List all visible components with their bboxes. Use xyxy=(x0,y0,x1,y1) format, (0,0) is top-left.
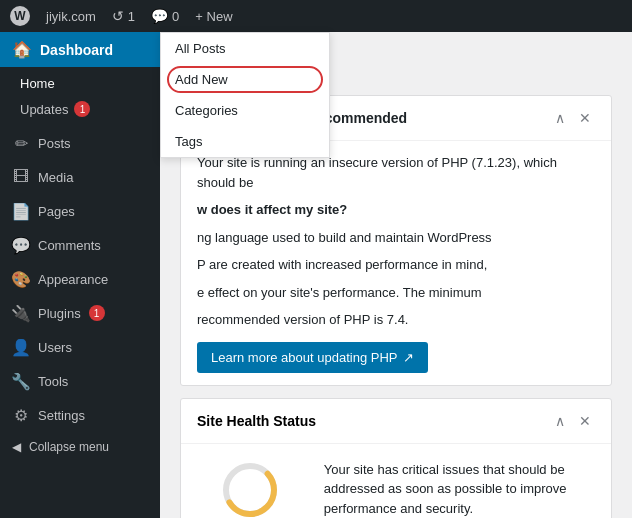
sidebar-item-appearance[interactable]: 🎨 Appearance xyxy=(0,262,160,296)
wp-logo[interactable]: W xyxy=(10,6,30,26)
sidebar-item-users[interactable]: 👤 Users xyxy=(0,330,160,364)
refresh-icon: ↺ xyxy=(112,8,124,24)
dashboard-submenu: Home Updates 1 xyxy=(0,67,160,126)
php-notice-text6: recommended version of PHP is 7.4. xyxy=(197,310,595,330)
php-notice-close-btn[interactable]: ✕ xyxy=(575,108,595,128)
settings-icon: ⚙ xyxy=(12,406,30,424)
dropdown-add-new[interactable]: Add New xyxy=(161,64,329,95)
media-icon: 🎞 xyxy=(12,168,30,186)
learn-php-btn[interactable]: Learn more about updating PHP ↗ xyxy=(197,342,428,373)
sidebar-item-comments[interactable]: 💬 Comments xyxy=(0,228,160,262)
sidebar-item-media[interactable]: 🎞 Media xyxy=(0,160,160,194)
posts-icon: ✏ xyxy=(12,134,30,152)
learn-php-btn-label: Learn more about updating PHP xyxy=(211,350,397,365)
php-notice-text4: P are created with increased performance… xyxy=(197,255,595,275)
site-health-body: Should be improved Your site has critica… xyxy=(181,444,611,519)
sidebar-item-home[interactable]: Home xyxy=(0,71,160,96)
comments-item[interactable]: 💬 0 xyxy=(151,8,179,24)
sidebar-item-tools[interactable]: 🔧 Tools xyxy=(0,364,160,398)
site-health-header: Site Health Status ∧ ✕ xyxy=(181,399,611,444)
collapse-label: Collapse menu xyxy=(29,440,109,454)
plugins-icon: 🔌 xyxy=(12,304,30,322)
comments-label: Comments xyxy=(38,238,101,253)
php-notice-collapse-btn[interactable]: ∧ xyxy=(551,108,569,128)
settings-label: Settings xyxy=(38,408,85,423)
posts-dropdown: All Posts Add New Categories Tags xyxy=(160,32,330,158)
php-notice-text5: e effect on your site's performance. The… xyxy=(197,283,595,303)
comment-icon: 💬 xyxy=(151,8,168,24)
dropdown-tags[interactable]: Tags xyxy=(161,126,329,157)
collapse-menu[interactable]: ◀ Collapse menu xyxy=(0,432,160,462)
new-label: + New xyxy=(195,9,232,24)
sidebar-item-dashboard[interactable]: 🏠 Dashboard xyxy=(0,32,160,67)
media-label: Media xyxy=(38,170,73,185)
health-description: Your site has critical issues that shoul… xyxy=(324,460,595,519)
php-notice-controls: ∧ ✕ xyxy=(551,108,595,128)
appearance-label: Appearance xyxy=(38,272,108,287)
appearance-icon: 🎨 xyxy=(12,270,30,288)
tools-icon: 🔧 xyxy=(12,372,30,390)
php-notice-text2-strong: w does it affect my site? xyxy=(197,202,347,217)
plugins-badge: 1 xyxy=(89,305,105,321)
site-name-label: jiyik.com xyxy=(46,9,96,24)
health-controls: ∧ ✕ xyxy=(551,411,595,431)
pages-label: Pages xyxy=(38,204,75,219)
dropdown-categories-label: Categories xyxy=(175,103,238,118)
php-notice-text1: Your site is running an insecure version… xyxy=(197,153,595,192)
updates-label: Updates xyxy=(20,102,68,117)
comments-icon: 💬 xyxy=(12,236,30,254)
posts-label: Posts xyxy=(38,136,71,151)
dashboard-label: Dashboard xyxy=(40,42,113,58)
sidebar-item-pages[interactable]: 📄 Pages xyxy=(0,194,160,228)
site-health-box: Site Health Status ∧ ✕ Should be improve… xyxy=(180,398,612,519)
php-notice-text3: ng language used to build and maintain W… xyxy=(197,228,595,248)
sidebar-item-plugins[interactable]: 🔌 Plugins 1 xyxy=(0,296,160,330)
tools-label: Tools xyxy=(38,374,68,389)
sidebar-item-updates[interactable]: Updates 1 xyxy=(0,96,160,122)
users-label: Users xyxy=(38,340,72,355)
updates-count-badge: 1 xyxy=(128,9,135,24)
health-circle-area: Should be improved xyxy=(197,460,304,519)
updates-item[interactable]: ↺ 1 xyxy=(112,8,135,24)
wp-logo-icon: W xyxy=(10,6,30,26)
site-name[interactable]: jiyik.com xyxy=(46,9,96,24)
updates-badge: 1 xyxy=(74,101,90,117)
sidebar: 🏠 Dashboard Home Updates 1 ✏ Posts 🎞 Med… xyxy=(0,32,160,518)
new-item[interactable]: + New xyxy=(195,9,232,24)
sidebar-item-posts[interactable]: ✏ Posts xyxy=(0,126,160,160)
health-close-btn[interactable]: ✕ xyxy=(575,411,595,431)
php-notice-body: Your site is running an insecure version… xyxy=(181,141,611,385)
home-label: Home xyxy=(20,76,55,91)
health-status-circle xyxy=(220,460,280,519)
dropdown-tags-label: Tags xyxy=(175,134,202,149)
health-collapse-btn[interactable]: ∧ xyxy=(551,411,569,431)
external-link-icon: ↗ xyxy=(403,350,414,365)
dashboard-icon: 🏠 xyxy=(12,40,32,59)
dropdown-all-posts-label: All Posts xyxy=(175,41,226,56)
comments-count: 0 xyxy=(172,9,179,24)
dropdown-all-posts[interactable]: All Posts xyxy=(161,33,329,64)
dropdown-categories[interactable]: Categories xyxy=(161,95,329,126)
php-notice-text2: w does it affect my site? xyxy=(197,200,595,220)
plugins-label: Plugins xyxy=(38,306,81,321)
admin-bar: W jiyik.com ↺ 1 💬 0 + New xyxy=(0,0,632,32)
dropdown-add-new-label: Add New xyxy=(175,72,228,87)
users-icon: 👤 xyxy=(12,338,30,356)
sidebar-item-settings[interactable]: ⚙ Settings xyxy=(0,398,160,432)
pages-icon: 📄 xyxy=(12,202,30,220)
collapse-icon: ◀ xyxy=(12,440,21,454)
site-health-title: Site Health Status xyxy=(197,413,316,429)
